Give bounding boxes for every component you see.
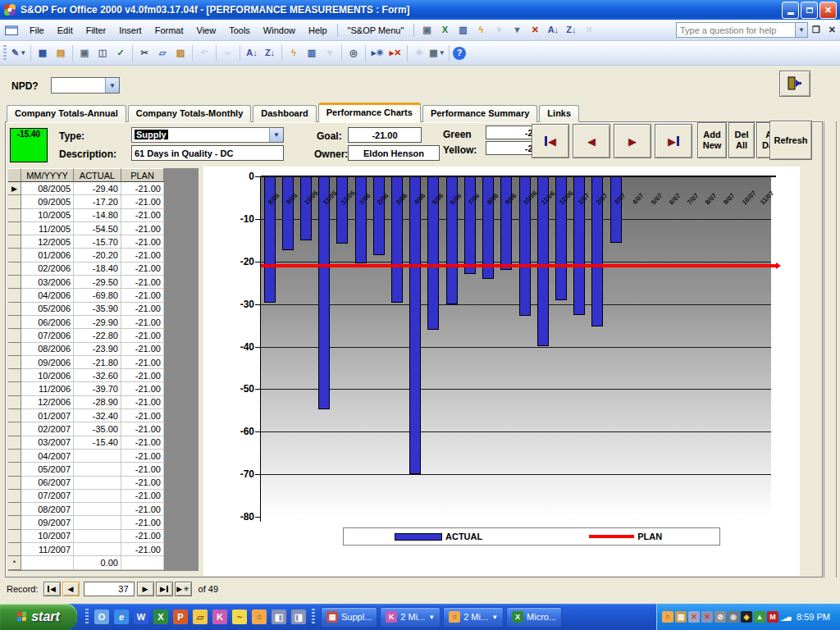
- cell[interactable]: 02/2006: [21, 262, 74, 276]
- restore-button[interactable]: [801, 2, 818, 19]
- cell[interactable]: -21.00: [121, 516, 164, 529]
- cell[interactable]: -39.70: [74, 382, 121, 395]
- record-selector[interactable]: [8, 343, 21, 356]
- graphics-icon[interactable]: ▲: [754, 611, 765, 623]
- cell[interactable]: -14.80: [74, 209, 121, 222]
- sort-ascending-icon[interactable]: A↓: [244, 45, 260, 62]
- add-new-button[interactable]: Add New: [697, 122, 727, 158]
- sort-descending-icon[interactable]: Z↓: [563, 22, 579, 39]
- help-question-input[interactable]: Type a question for help: [676, 22, 796, 38]
- record-selector[interactable]: [8, 382, 21, 395]
- refresh-button[interactable]: Refresh: [769, 121, 812, 160]
- cell[interactable]: 05/2006: [21, 303, 74, 316]
- cell[interactable]: -22.80: [74, 329, 121, 342]
- menu-tools[interactable]: Tools: [222, 22, 257, 39]
- record-selector[interactable]: [8, 249, 21, 262]
- cell[interactable]: 01/2006: [21, 249, 74, 262]
- record-selector[interactable]: [8, 477, 21, 490]
- last-record-button[interactable]: ▶: [655, 124, 692, 158]
- cell[interactable]: [121, 556, 164, 569]
- cell[interactable]: -21.00: [121, 343, 164, 356]
- powerpoint-icon[interactable]: P: [173, 609, 188, 624]
- access-key-icon[interactable]: K: [212, 609, 227, 624]
- cell[interactable]: [74, 490, 121, 503]
- cut-icon[interactable]: ✂: [136, 45, 153, 62]
- minimize-button[interactable]: [782, 2, 799, 19]
- remove-filter-icon[interactable]: ✕: [527, 22, 543, 39]
- cell[interactable]: -21.00: [121, 182, 164, 195]
- cell[interactable]: -21.00: [121, 195, 164, 208]
- record-selector[interactable]: [8, 503, 21, 516]
- cell[interactable]: [21, 556, 74, 569]
- apply-filter-icon[interactable]: ϟ: [472, 22, 489, 39]
- copy-icon[interactable]: ▱: [154, 45, 171, 62]
- record-selector[interactable]: [8, 516, 21, 529]
- previous-record-nav-button[interactable]: ◀: [62, 582, 80, 596]
- cell[interactable]: -21.00: [121, 276, 164, 289]
- cell[interactable]: -21.00: [121, 222, 164, 235]
- excel-icon[interactable]: X: [153, 609, 168, 624]
- cell[interactable]: -29.50: [74, 276, 121, 289]
- menu-view[interactable]: View: [190, 22, 223, 39]
- cell[interactable]: 12/2005: [21, 235, 74, 249]
- task-2mi-clock[interactable]: ○2 Mi...▼: [443, 607, 504, 628]
- cell[interactable]: 04/2006: [21, 289, 74, 302]
- cell[interactable]: 12/2006: [21, 396, 74, 409]
- cell[interactable]: -21.00: [121, 477, 164, 490]
- record-selector[interactable]: [8, 463, 21, 476]
- cell[interactable]: -21.00: [121, 369, 164, 382]
- menu-help[interactable]: Help: [302, 22, 334, 39]
- last-record-nav-button[interactable]: ▶: [156, 582, 173, 596]
- key-icon[interactable]: ~: [232, 609, 247, 624]
- cell[interactable]: -17.20: [74, 195, 121, 208]
- first-record-nav-button[interactable]: ◀: [43, 582, 61, 596]
- find-icon[interactable]: ◎: [345, 45, 362, 62]
- cell[interactable]: -32.60: [74, 369, 121, 382]
- menu-sopmenu[interactable]: "S&OP Menu": [341, 22, 411, 39]
- cell[interactable]: -21.00: [121, 262, 164, 276]
- next-record-button[interactable]: ▶: [614, 124, 651, 158]
- chevron-down-icon[interactable]: ▼: [105, 78, 119, 93]
- cell[interactable]: 09/2005: [21, 195, 74, 208]
- child-close-icon[interactable]: ✕: [829, 25, 836, 35]
- new-record-selector[interactable]: *: [8, 556, 21, 569]
- cell[interactable]: -15.70: [74, 235, 121, 249]
- cell[interactable]: [74, 450, 121, 463]
- task-2mi-access[interactable]: K2 Mi...▼: [380, 607, 441, 628]
- tab-company-totals-monthly[interactable]: Company Totals-Monthly: [128, 105, 252, 122]
- view-design-icon[interactable]: ✎▼: [11, 45, 27, 62]
- sort-descending-icon[interactable]: Z↓: [262, 45, 278, 62]
- volume-muted-icon[interactable]: ✕: [688, 611, 700, 623]
- type-combo[interactable]: Supply ▼: [131, 127, 284, 143]
- help-icon[interactable]: ?: [453, 47, 466, 60]
- cell[interactable]: 09/2006: [21, 356, 74, 369]
- record-selector[interactable]: [8, 195, 21, 208]
- menu-file[interactable]: File: [23, 22, 51, 39]
- record-selector[interactable]: [8, 276, 21, 289]
- tab-performance-charts[interactable]: Performance Charts: [318, 103, 421, 122]
- sync-icon[interactable]: ▥: [675, 611, 687, 623]
- globe-icon[interactable]: ◉: [728, 611, 739, 623]
- tab-company-totals-annual[interactable]: Company Totals-Annual: [7, 105, 126, 122]
- form-scrollbar[interactable]: [824, 121, 837, 578]
- cell[interactable]: -35.90: [74, 303, 121, 316]
- menu-filter[interactable]: Filter: [80, 22, 112, 39]
- clock-icon[interactable]: ○: [252, 609, 267, 624]
- chevron-down-icon[interactable]: ▼: [428, 614, 435, 621]
- cell[interactable]: 01/2007: [21, 409, 74, 422]
- cell[interactable]: -69.80: [74, 289, 121, 302]
- record-selector[interactable]: [8, 490, 21, 503]
- print-icon[interactable]: ▣: [418, 22, 435, 39]
- cell[interactable]: 02/2007: [21, 422, 74, 436]
- cell[interactable]: [74, 463, 121, 476]
- tab-dashboard[interactable]: Dashboard: [253, 105, 316, 122]
- column-header-mmyyyy[interactable]: MM/YYYY: [21, 168, 74, 182]
- folder-icon[interactable]: ▱: [193, 609, 208, 624]
- cell[interactable]: -21.80: [74, 356, 121, 369]
- advanced-filter-icon[interactable]: ▼: [509, 22, 525, 39]
- delete-record-icon[interactable]: ▸✕: [387, 45, 404, 62]
- cell[interactable]: -21.00: [121, 530, 164, 543]
- new-object-icon[interactable]: ▦▼: [429, 45, 445, 62]
- tab-links[interactable]: Links: [539, 105, 579, 122]
- record-selector[interactable]: [8, 396, 21, 409]
